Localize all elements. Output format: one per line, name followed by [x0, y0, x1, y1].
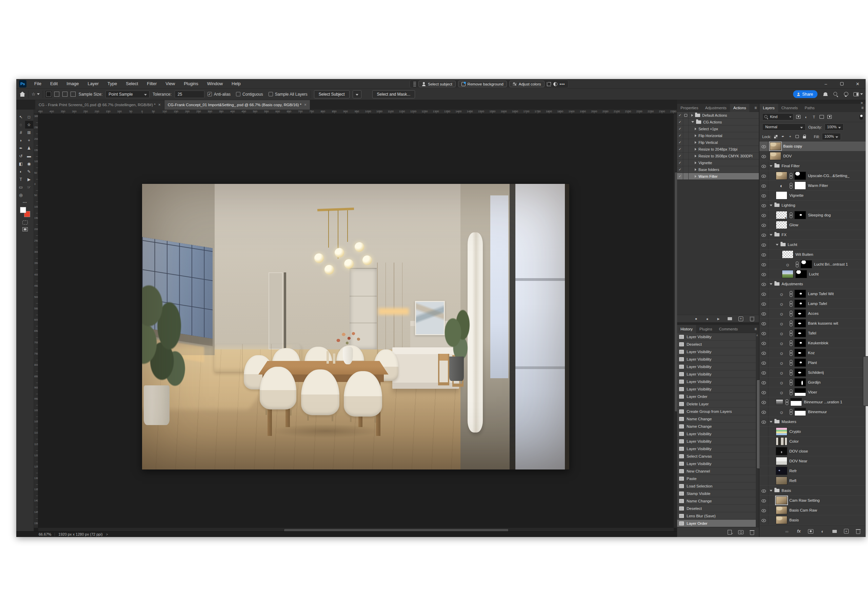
layer-visibility-toggle[interactable] — [760, 269, 768, 279]
layers-tab-layers[interactable]: Layers — [760, 104, 778, 112]
layer-thumbnail[interactable] — [776, 221, 787, 229]
layer-visibility-toggle[interactable] — [760, 505, 768, 515]
layer-row[interactable]: ☼Vloer — [760, 387, 866, 397]
tab-close-icon[interactable]: × — [158, 103, 161, 107]
layer-row[interactable]: Lighting — [760, 201, 866, 210]
layer-row[interactable]: ◐Warm Filter — [760, 181, 866, 191]
mask-link-icon[interactable] — [789, 310, 792, 317]
history-item[interactable]: Name Change — [677, 497, 759, 505]
menu-item-image[interactable]: Image — [62, 79, 83, 89]
workspace-switcher[interactable] — [853, 92, 863, 96]
mask-link-icon[interactable] — [789, 173, 792, 179]
remove-background-button[interactable]: Remove background — [458, 81, 507, 87]
layer-visibility-toggle[interactable] — [760, 289, 768, 298]
expand-collapse-icon[interactable] — [695, 175, 696, 178]
mask-link-icon[interactable] — [789, 350, 792, 356]
layer-row[interactable]: Refl — [760, 476, 866, 486]
color-swatches[interactable] — [20, 207, 30, 217]
history-item[interactable]: Paste — [677, 475, 759, 482]
history-item[interactable]: Layer Visibility — [677, 430, 759, 438]
link-icon[interactable]: ∞ — [784, 528, 790, 534]
layer-visibility-toggle[interactable] — [760, 141, 768, 151]
menu-item-window[interactable]: Window — [203, 79, 227, 89]
action-modal-toggle[interactable] — [683, 173, 689, 179]
layer-row[interactable]: Maskers — [760, 417, 866, 427]
more-tools-icon[interactable]: ••• — [23, 201, 27, 204]
lock-artboard-icon[interactable] — [795, 134, 800, 139]
history-item[interactable]: Delete Layer — [677, 400, 759, 408]
mask-link-icon[interactable] — [785, 399, 788, 406]
action-item[interactable]: ✓Default Actions — [677, 112, 759, 119]
blur-tool[interactable]: ◉ — [25, 160, 33, 168]
screen-mode-icon[interactable] — [22, 227, 28, 232]
actions-tab-adjustments[interactable]: Adjustments — [702, 104, 730, 112]
layer-visibility-toggle[interactable] — [760, 397, 768, 407]
clone-stamp-tool[interactable]: ♟ — [25, 144, 33, 152]
mask-link-icon[interactable] — [789, 369, 792, 376]
expand-collapse-icon[interactable] — [770, 165, 772, 167]
zoom-level[interactable]: 66.67% — [39, 532, 51, 536]
action-modal-toggle[interactable] — [683, 159, 689, 166]
new-selection-icon[interactable] — [46, 92, 51, 97]
filter-adjustment-layers-icon[interactable]: ◐ — [803, 114, 809, 120]
layer-row[interactable]: DOV — [760, 151, 866, 161]
layer-mask-thumbnail[interactable] — [795, 270, 807, 278]
delete-icon[interactable] — [855, 528, 862, 534]
history-item[interactable]: Layer Visibility — [677, 348, 759, 356]
history-item[interactable]: Layer Visibility — [677, 370, 759, 378]
action-item[interactable]: ✓Flip Vertical — [677, 139, 759, 146]
brightness-adjustment-icon[interactable]: ☼ — [776, 349, 787, 357]
layer-row[interactable]: ☼Acces — [760, 309, 866, 319]
document-tab-1[interactable]: CG - Frank Print Screens_01.psd @ 66.7% … — [35, 100, 164, 110]
layer-row[interactable]: Basis Cam Raw — [760, 505, 866, 515]
panel-menu-icon[interactable]: ≡ — [755, 106, 757, 110]
menu-item-view[interactable]: View — [161, 79, 179, 89]
action-check-icon[interactable]: ✓ — [677, 126, 683, 132]
magic-wand-tool[interactable]: ☆ — [25, 121, 33, 129]
expand-collapse-icon[interactable] — [776, 244, 778, 246]
layer-row[interactable]: Color — [760, 437, 866, 446]
layers-tab-channels[interactable]: Channels — [778, 104, 801, 112]
drag-handle-icon[interactable] — [413, 82, 416, 87]
layer-mask-thumbnail[interactable] — [794, 359, 806, 367]
mask-icon[interactable] — [553, 82, 557, 86]
mask-link-icon[interactable] — [789, 379, 792, 386]
action-item[interactable]: ✓Flip Horizontal — [677, 132, 759, 139]
history-item[interactable]: Layer Visibility — [677, 385, 759, 393]
action-modal-toggle[interactable] — [683, 153, 689, 159]
mask-link-icon[interactable] — [789, 212, 792, 218]
more-options-icon[interactable]: ••• — [560, 82, 565, 87]
opacity-value[interactable]: 100% — [825, 123, 843, 131]
layer-row[interactable]: Binnemuur ...uration 1 — [760, 397, 866, 407]
action-item[interactable]: ✓Vignette — [677, 159, 759, 166]
expand-collapse-icon[interactable] — [695, 162, 696, 164]
mask-link-icon[interactable] — [789, 359, 792, 366]
kind-filter-dropdown[interactable]: Kind — [762, 113, 794, 120]
history-item[interactable]: Stamp Visible — [677, 490, 759, 497]
history-item[interactable]: Layer Order — [677, 520, 759, 527]
hue-saturation-icon[interactable] — [776, 399, 783, 405]
layer-thumbnail[interactable] — [776, 211, 787, 219]
subtract-selection-icon[interactable] — [62, 92, 67, 97]
layer-row[interactable]: ☼Lamp Tafel — [760, 299, 866, 309]
play-icon[interactable] — [715, 316, 722, 322]
layer-visibility-toggle[interactable] — [760, 456, 768, 466]
layer-mask-thumbnail[interactable] — [801, 260, 812, 268]
history-item[interactable]: Layer Visibility — [677, 356, 759, 363]
stop-icon[interactable] — [693, 316, 699, 322]
share-button[interactable]: Share — [793, 90, 817, 98]
select-and-mask-button[interactable]: Select and Mask... — [372, 90, 415, 98]
action-check-icon[interactable]: ✓ — [677, 166, 683, 173]
add-selection-icon[interactable] — [54, 92, 59, 97]
canvas-vertical-scrollbar[interactable] — [674, 114, 677, 528]
notifications-bell-icon[interactable] — [823, 92, 828, 97]
restore-icon[interactable] — [834, 79, 850, 89]
layer-row[interactable]: Sleeping dog — [760, 210, 866, 220]
layer-visibility-toggle[interactable] — [760, 279, 768, 289]
history-tab-plugins[interactable]: Plugins — [696, 325, 716, 333]
layer-row[interactable]: ☼Plant — [760, 358, 866, 368]
history-item[interactable]: Layer Visibility — [677, 378, 759, 385]
select-subject-button[interactable]: Select subject — [418, 81, 456, 87]
actions-tab-actions[interactable]: Actions — [730, 104, 750, 112]
history-brush-tool[interactable]: ↺ — [17, 152, 25, 160]
